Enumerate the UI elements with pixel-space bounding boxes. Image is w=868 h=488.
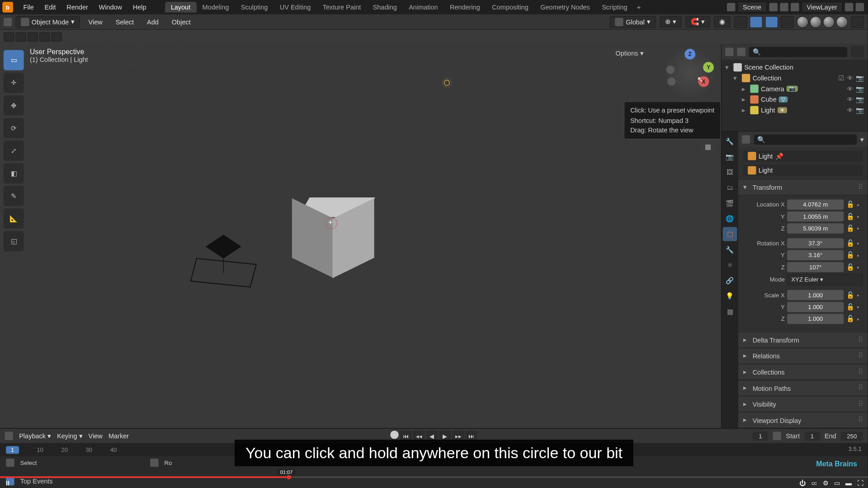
menu-edit[interactable]: Edit	[39, 2, 61, 13]
disable-render-icon[interactable]: 📷	[856, 85, 864, 93]
panel-grip-icon[interactable]: ⠿	[858, 400, 863, 408]
panel-grip-icon[interactable]: ⠿	[858, 352, 863, 360]
outliner-camera-row[interactable]: Camera	[761, 85, 784, 92]
timeline-editor-icon[interactable]	[5, 432, 13, 440]
gizmo-toggle-icon[interactable]	[750, 16, 763, 28]
collections-header[interactable]: ▸Collections⠿	[738, 364, 868, 380]
lock-icon[interactable]: 🔓	[846, 213, 854, 221]
end-frame-input[interactable]: 250	[841, 432, 863, 441]
disable-render-icon[interactable]: 📷	[856, 106, 864, 114]
lock-icon[interactable]: 🔓	[846, 239, 854, 247]
workspace-layout[interactable]: Layout	[165, 2, 196, 13]
delta-transform-header[interactable]: ▸Delta Transform⠿	[738, 332, 868, 348]
gizmo-axis-y[interactable]: Y	[703, 62, 714, 73]
remove-layer-icon[interactable]	[856, 3, 864, 11]
workspace-modeling[interactable]: Modeling	[196, 2, 235, 13]
camera-data-badge[interactable]: 📷	[787, 86, 798, 92]
light-object[interactable]	[444, 80, 450, 86]
properties-breadcrumb[interactable]: Light 📌	[743, 150, 863, 161]
navigation-gizmo[interactable]: Z Y X ↖	[665, 47, 715, 98]
prop-tab-scene[interactable]: 🎬	[723, 196, 737, 211]
workspace-sculpting[interactable]: Sculpting	[235, 2, 274, 13]
animate-dot-icon[interactable]: •	[857, 213, 863, 220]
camera-object[interactable]	[191, 235, 262, 282]
animate-dot-icon[interactable]: •	[857, 252, 863, 259]
prop-tab-constraints[interactable]: 🔗	[723, 273, 737, 288]
editor-type-icon[interactable]	[4, 18, 12, 26]
datablock-selector[interactable]: Light	[743, 165, 863, 176]
panel-grip-icon[interactable]: ⠿	[858, 336, 863, 343]
scale-x-input[interactable]: 1.000	[787, 290, 844, 300]
shading-material-icon[interactable]	[823, 16, 835, 28]
scale-y-input[interactable]: 1.000	[787, 302, 844, 312]
tool-measure[interactable]: 📐	[4, 208, 24, 229]
current-frame-input[interactable]: 1	[753, 432, 768, 441]
shading-solid-icon[interactable]	[810, 16, 821, 28]
prop-tab-world[interactable]: 🌐	[723, 211, 737, 226]
panel-grip-icon[interactable]: ⠿	[858, 384, 863, 392]
scene-name-field[interactable]: Scene	[737, 2, 767, 13]
pivot-point-dropdown[interactable]: ⊕▾	[660, 16, 682, 28]
news-widget-icon[interactable]	[6, 477, 14, 485]
add-workspace-button[interactable]: +	[633, 2, 644, 13]
tool-select-box[interactable]: ▭	[4, 50, 24, 70]
motion-paths-header[interactable]: ▸Motion Paths⠿	[738, 380, 868, 396]
animate-dot-icon[interactable]: •	[857, 239, 863, 247]
visibility-header[interactable]: ▸Visibility⠿	[738, 396, 868, 412]
options-dropdown-icon[interactable]: ▾	[860, 136, 864, 143]
select-mode-1-icon[interactable]	[4, 32, 14, 42]
rotation-x-input[interactable]: 37.3°	[787, 238, 844, 248]
workspace-animation[interactable]: Animation	[403, 2, 444, 13]
properties-search-input[interactable]: 🔍	[754, 134, 857, 144]
xray-toggle-icon[interactable]	[781, 16, 794, 28]
keyframe-next-button[interactable]: ▸▸	[452, 431, 464, 441]
outliner-display-mode-icon[interactable]	[737, 47, 745, 56]
browse-scene-icon[interactable]	[726, 3, 735, 11]
disable-render-icon[interactable]: 📷	[856, 74, 864, 82]
menu-file[interactable]: File	[18, 2, 39, 13]
gizmo-axis-neg-1[interactable]	[667, 77, 675, 85]
outliner-light-row[interactable]: Light	[761, 107, 775, 114]
viewport-display-header[interactable]: ▸Viewport Display⠿	[738, 412, 868, 428]
tool-cursor[interactable]: ✛	[4, 73, 24, 93]
prop-tab-physics[interactable]: ⚛	[723, 258, 737, 272]
disclosure-triangle-icon[interactable]: ▾	[733, 74, 739, 82]
tool-add-cube[interactable]: ◱	[4, 231, 24, 251]
browse-layer-icon[interactable]	[791, 3, 799, 11]
shading-rendered-icon[interactable]	[836, 16, 848, 28]
select-mode-4-icon[interactable]	[39, 32, 50, 42]
location-z-input[interactable]: 5.9039 m	[787, 223, 844, 233]
hide-viewport-icon[interactable]: 👁	[847, 96, 853, 103]
play-reverse-button[interactable]: ◀	[426, 431, 438, 441]
disable-render-icon[interactable]: 📷	[856, 96, 864, 103]
panel-grip-icon[interactable]: ⠿	[858, 183, 863, 191]
animate-dot-icon[interactable]: •	[857, 291, 863, 299]
animate-dot-icon[interactable]: •	[857, 263, 863, 271]
prop-tab-data[interactable]: 💡	[723, 289, 737, 303]
3d-viewport[interactable]: Options ▾ ▭ ✛ ✥ ⟳ ⤢ ◧ ✎ 📐 ◱ User Perspec…	[0, 44, 721, 428]
location-y-input[interactable]: 1.0055 m	[787, 211, 844, 221]
rotation-z-input[interactable]: 107°	[787, 262, 844, 272]
scene-collection-row[interactable]: Scene Collection	[744, 64, 793, 71]
workspace-compositing[interactable]: Compositing	[486, 2, 534, 13]
hide-viewport-icon[interactable]: 👁	[847, 74, 853, 82]
lock-icon[interactable]: 🔓	[846, 263, 854, 271]
disclosure-triangle-icon[interactable]: ▸	[742, 106, 748, 114]
new-layer-icon[interactable]	[845, 3, 853, 11]
animate-dot-icon[interactable]: •	[857, 225, 863, 232]
disclosure-triangle-icon[interactable]: ▸	[742, 96, 748, 103]
light-data-badge[interactable]: ☀	[778, 107, 787, 113]
tool-move[interactable]: ✥	[4, 95, 24, 116]
tool-scale[interactable]: ⤢	[4, 141, 24, 161]
header-menu-select[interactable]: Select	[111, 16, 138, 27]
tool-rotate[interactable]: ⟳	[4, 118, 24, 138]
viewport-options-dropdown[interactable]: Options ▾	[609, 47, 649, 59]
rotation-mode-dropdown[interactable]: XYZ Euler ▾	[787, 274, 863, 285]
animate-dot-icon[interactable]: •	[857, 315, 863, 323]
select-mode-2-icon[interactable]	[15, 32, 26, 42]
jump-end-button[interactable]: ⏭	[465, 431, 477, 441]
lock-icon[interactable]: 🔓	[846, 201, 854, 208]
gizmo-axis-x[interactable]: X	[698, 76, 709, 87]
interaction-mode-dropdown[interactable]: Object Mode ▾	[15, 16, 80, 28]
exclude-checkbox-icon[interactable]: ☑	[838, 74, 844, 82]
